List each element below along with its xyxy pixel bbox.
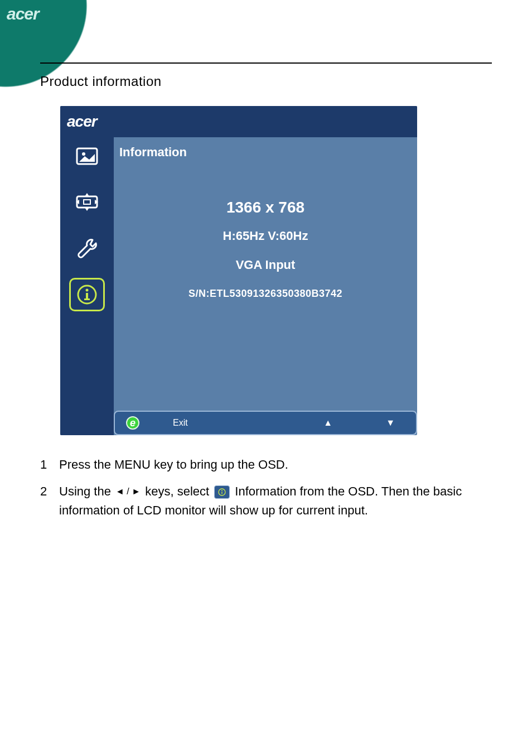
svg-point-9 — [221, 490, 223, 492]
position-icon — [74, 189, 100, 215]
osd-tab-settings[interactable] — [71, 232, 103, 263]
wrench-icon — [74, 234, 100, 261]
info-icon-inline — [214, 485, 230, 499]
osd-sidebar — [60, 137, 114, 411]
osd-footer: e Exit ▲ ▼ — [60, 411, 417, 435]
svg-point-1 — [82, 152, 85, 156]
svg-rect-10 — [222, 492, 223, 494]
osd-tab-position[interactable] — [71, 186, 103, 218]
instruction-number: 1 — [40, 455, 59, 474]
svg-point-5 — [86, 289, 89, 292]
section-title: Product information — [40, 74, 162, 89]
svg-rect-2 — [77, 196, 97, 208]
instruction-text: Press the MENU key to bring up the OSD. — [59, 455, 492, 474]
osd-input-source: VGA Input — [119, 258, 412, 272]
osd-tab-information[interactable] — [69, 278, 105, 311]
instructions-list: 1 Press the MENU key to bring up the OSD… — [40, 455, 492, 528]
svg-rect-3 — [84, 200, 90, 204]
info-icon — [74, 281, 100, 308]
osd-panel-title: Information — [119, 145, 412, 160]
up-arrow-button[interactable]: ▲ — [323, 418, 332, 428]
eco-badge-icon[interactable]: e — [126, 416, 139, 430]
svg-rect-7 — [84, 298, 90, 300]
instruction-item: 1 Press the MENU key to bring up the OSD… — [40, 455, 492, 474]
instruction-text: Using the ◄ / ► keys, select Information… — [59, 482, 492, 520]
exit-button[interactable]: Exit — [173, 418, 188, 428]
osd-tab-picture[interactable] — [71, 141, 103, 172]
left-right-arrows-icon: ◄ / ► — [115, 485, 141, 499]
osd-brand-logo: acer — [67, 113, 97, 131]
osd-content: Information 1366 x 768 H:65Hz V:60Hz VGA… — [114, 137, 417, 411]
picture-icon — [74, 143, 100, 170]
osd-window: acer — [60, 106, 417, 435]
divider — [40, 62, 492, 64]
osd-serial-number: S/N:ETL53091326350380B3742 — [119, 288, 412, 300]
osd-header: acer — [60, 106, 417, 137]
brand-logo: acer — [7, 4, 39, 23]
instruction-item: 2 Using the ◄ / ► keys, select Informati… — [40, 482, 492, 520]
down-arrow-button[interactable]: ▼ — [386, 418, 395, 428]
osd-resolution: 1366 x 768 — [119, 199, 412, 216]
instruction-number: 2 — [40, 482, 59, 520]
osd-refresh-rate: H:65Hz V:60Hz — [119, 229, 412, 243]
